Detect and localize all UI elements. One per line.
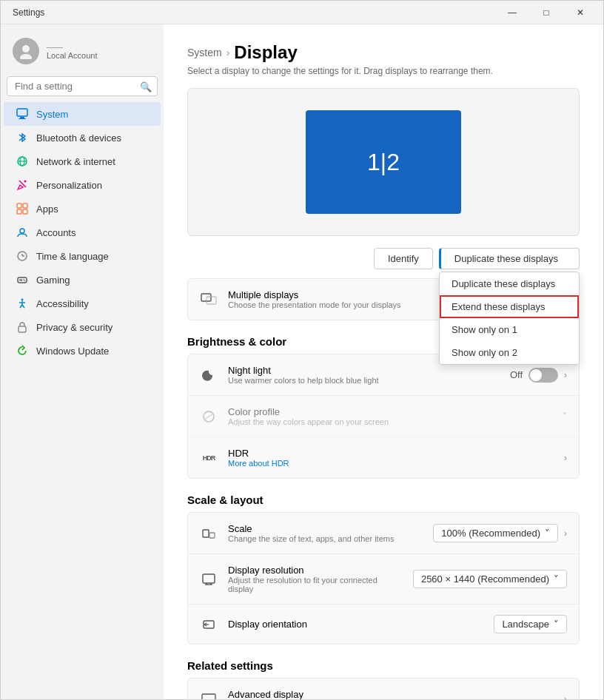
time-icon (16, 249, 29, 263)
close-button[interactable]: ✕ (563, 1, 597, 24)
display-monitor[interactable]: 1|2 (306, 110, 461, 214)
hdr-label: HDR (228, 448, 554, 459)
display-orientation-label: Display orientation (228, 619, 483, 630)
color-profile-label: Color profile (228, 406, 552, 417)
svg-line-33 (204, 414, 214, 420)
search-input[interactable] (7, 76, 158, 96)
sidebar-item-gaming[interactable]: Gaming (4, 268, 161, 292)
window-controls: — □ ✕ (495, 1, 597, 24)
window-title: Settings (13, 7, 44, 18)
svg-rect-12 (17, 209, 21, 214)
sidebar-item-network[interactable]: Network & internet (4, 149, 161, 173)
orientation-value: Landscape (502, 619, 549, 630)
hdr-right: › (564, 453, 567, 463)
svg-point-23 (24, 280, 26, 281)
scale-select[interactable]: 100% (Recommended) ˅ (433, 524, 558, 542)
related-card: Advanced display Display information, re… (187, 678, 580, 699)
brightness-card: Night light Use warmer colors to help bl… (187, 354, 580, 479)
sidebar-item-time[interactable]: Time & language (4, 244, 161, 268)
svg-rect-3 (20, 117, 24, 118)
svg-rect-2 (17, 109, 27, 116)
sidebar-item-label-update: Windows Update (36, 346, 109, 357)
sidebar-item-bluetooth[interactable]: Bluetooth & devices (4, 126, 161, 149)
sidebar-item-apps[interactable]: Apps (4, 197, 161, 221)
dropdown-item-extend[interactable]: Extend these displays (440, 295, 579, 318)
advanced-display-label: Advanced display (228, 689, 554, 699)
color-profile-sublabel: Adjust the way colors appear on your scr… (228, 417, 552, 426)
controls-bar: Identify Duplicate these displays Duplic… (187, 248, 580, 269)
main-content: System › Display Select a display to cha… (164, 24, 603, 699)
dropdown-item-duplicate[interactable]: Duplicate these displays (440, 272, 579, 295)
duplicate-button[interactable]: Duplicate these displays (439, 248, 580, 269)
resolution-chevron-down: ˅ (554, 573, 559, 585)
sidebar-item-label-accounts: Accounts (36, 227, 76, 238)
accessibility-icon (16, 297, 29, 310)
breadcrumb-separator: › (226, 47, 230, 58)
sidebar-item-personalization[interactable]: Personalization (4, 173, 161, 197)
identify-button[interactable]: Identify (374, 248, 433, 269)
color-profile-row[interactable]: Color profile Adjust the way colors appe… (188, 396, 579, 437)
svg-rect-11 (23, 203, 27, 208)
hdr-chevron: › (564, 453, 567, 463)
scale-icon (200, 525, 218, 542)
user-label: Local Account (47, 51, 98, 60)
color-profile-text: Color profile Adjust the way colors appe… (228, 406, 552, 426)
settings-window: Settings — □ ✕ —— Local Account 🔍 (0, 0, 604, 700)
hdr-link[interactable]: More about HDR (228, 459, 289, 468)
scale-row[interactable]: Scale Change the size of text, apps, and… (188, 513, 579, 554)
page-description: Select a display to change the settings … (187, 66, 580, 76)
personalization-icon (16, 178, 29, 192)
sidebar-item-system[interactable]: System (4, 102, 161, 126)
night-light-right: Off › (510, 368, 567, 383)
maximize-button[interactable]: □ (529, 1, 563, 24)
sidebar: —— Local Account 🔍 System Bluetooth & (1, 24, 164, 699)
sidebar-item-label-apps: Apps (36, 203, 58, 215)
dropdown-item-only2[interactable]: Show only on 2 (440, 341, 579, 364)
advanced-display-row[interactable]: Advanced display Display information, re… (188, 679, 579, 699)
scale-text: Scale Change the size of text, apps, and… (228, 523, 423, 543)
title-bar: Settings — □ ✕ (1, 1, 603, 24)
resolution-select[interactable]: 2560 × 1440 (Recommended) ˅ (413, 570, 567, 588)
scale-right: 100% (Recommended) ˅ › (433, 524, 567, 542)
update-icon (16, 344, 29, 357)
sidebar-item-accessibility[interactable]: Accessibility (4, 292, 161, 315)
resolution-value: 2560 × 1440 (Recommended) (421, 573, 549, 585)
hdr-icon: HDR (200, 449, 218, 467)
display-resolution-right: 2560 × 1440 (Recommended) ˅ (413, 570, 567, 588)
multiple-displays-icon (200, 291, 218, 309)
night-light-icon (200, 366, 218, 384)
hdr-text: HDR More about HDR (228, 448, 554, 468)
night-light-label: Night light (228, 365, 500, 376)
sidebar-item-privacy[interactable]: Privacy & security (4, 315, 161, 339)
search-box: 🔍 (7, 76, 158, 96)
scale-section-title: Scale & layout (187, 494, 580, 506)
svg-point-9 (24, 181, 27, 183)
network-icon (16, 155, 29, 168)
scale-chevron-down: ˅ (545, 528, 550, 539)
sidebar-item-update[interactable]: Windows Update (4, 339, 161, 363)
sidebar-item-label-personalization: Personalization (36, 180, 102, 191)
sidebar-item-label-time: Time & language (36, 251, 109, 262)
minimize-button[interactable]: — (495, 1, 529, 24)
privacy-icon (16, 320, 29, 334)
display-resolution-row[interactable]: Display resolution Adjust the resolution… (188, 554, 579, 605)
color-profile-right: ˅ (563, 411, 567, 422)
display-orientation-row[interactable]: Display orientation Landscape ˅ (188, 605, 579, 644)
night-light-toggle[interactable] (528, 368, 558, 383)
night-light-off-label: Off (510, 369, 523, 380)
display-orientation-right: Landscape ˅ (494, 615, 567, 633)
hdr-row[interactable]: HDR HDR More about HDR › (188, 437, 579, 478)
svg-rect-35 (209, 533, 215, 538)
user-name: —— (47, 42, 98, 51)
dropdown-item-only1[interactable]: Show only on 1 (440, 318, 579, 341)
system-icon (16, 107, 29, 121)
sidebar-item-label-network: Network & internet (36, 156, 115, 167)
color-profile-chevron: ˅ (563, 411, 567, 422)
orientation-chevron-down: ˅ (554, 619, 559, 630)
sidebar-item-label-accessibility: Accessibility (36, 298, 89, 309)
accounts-icon (16, 226, 29, 239)
scale-value: 100% (Recommended) (441, 528, 540, 539)
sidebar-item-accounts[interactable]: Accounts (4, 221, 161, 244)
display-orientation-icon (200, 616, 218, 633)
orientation-select[interactable]: Landscape ˅ (494, 615, 567, 633)
